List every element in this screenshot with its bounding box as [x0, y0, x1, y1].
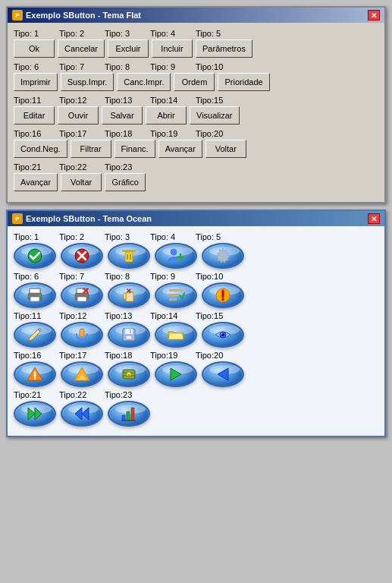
flat-btn-grafico[interactable]: Gráfico — [105, 173, 146, 191]
flat-btn-avancar-21[interactable]: Avançar — [14, 173, 58, 191]
flat-row-4: Tipo:16 Tipo:17 Tipo:18 Tipo:19 Tipo:20 … — [14, 129, 378, 158]
svg-rect-37 — [130, 329, 131, 333]
ocean-btn-rewind[interactable] — [61, 401, 103, 427]
ocean-btn-imprimir[interactable] — [14, 282, 56, 308]
ocean-btn-financ[interactable]: $ — [108, 361, 150, 387]
ocean-btn-prioridade[interactable] — [202, 282, 244, 308]
flat-label-2-1: Tipo: 6 — [14, 62, 56, 71]
flat-row-5-buttons: Avançar Voltar Gráfico — [14, 173, 378, 191]
svg-point-40 — [221, 333, 223, 335]
fast-forward-icon — [24, 403, 45, 424]
flat-btn-canc-impr[interactable]: Canc.Impr. — [117, 73, 171, 91]
ocean-btn-avancar-19[interactable] — [155, 361, 197, 387]
ocean-btn-cond-neg[interactable] — [14, 361, 56, 387]
ocean-btn-susp-impr[interactable] — [61, 282, 103, 308]
flat-btn-filtrar[interactable]: Filtrar — [71, 140, 111, 158]
save-icon — [118, 324, 140, 345]
params-icon — [212, 245, 234, 266]
flat-btn-imprimir[interactable]: Imprimir — [14, 73, 58, 91]
flat-row-5-labels: Tipo:21 Tipo:22 Tipo:23 — [14, 162, 378, 172]
svg-marker-55 — [82, 408, 89, 420]
svg-rect-14 — [30, 297, 39, 301]
ocean-btn-editar[interactable] — [14, 322, 56, 348]
flat-label-1-1: Tipo: 1 — [14, 29, 56, 38]
flat-label-2-4: Tipo: 9 — [150, 62, 193, 71]
ocean-btn-visualizar[interactable] — [202, 322, 244, 348]
ocean-btn-excluir[interactable] — [108, 243, 150, 269]
ocean-btn-ok[interactable] — [14, 243, 56, 269]
advance-icon — [165, 364, 187, 385]
ocean-row-5-labels: Tipo:21 Tipo:22 Tipo:23 — [14, 390, 378, 399]
flat-btn-voltar-22[interactable]: Voltar — [61, 173, 102, 191]
svg-rect-18 — [77, 297, 86, 301]
ocean-label-3-1: Tipo:11 — [14, 311, 56, 320]
svg-rect-59 — [131, 408, 134, 421]
flat-btn-prioridade[interactable]: Prioridade — [218, 73, 269, 91]
svg-rect-4 — [122, 250, 136, 252]
flat-label-3-4: Tipo:14 — [150, 96, 193, 105]
ocean-btn-ouvir[interactable] — [61, 322, 103, 348]
ocean-btn-filtrar[interactable] — [61, 361, 103, 387]
flat-btn-voltar[interactable]: Voltar — [205, 140, 246, 158]
flat-label-2-3: Tipo: 8 — [105, 62, 147, 71]
svg-rect-24 — [169, 289, 183, 292]
audio-icon — [71, 324, 93, 345]
ocean-label-1-3: Tipo: 3 — [105, 232, 147, 241]
flat-btn-ordem[interactable]: Ordem — [174, 73, 215, 91]
flat-btn-susp-impr[interactable]: Susp.Impr. — [61, 73, 114, 91]
ocean-btn-abrir[interactable] — [155, 322, 197, 348]
cancel-icon — [71, 245, 93, 266]
ocean-row-3-buttons — [14, 322, 378, 348]
ocean-label-2-2: Tipo: 7 — [59, 272, 102, 281]
flat-label-3-5: Tipo:15 — [196, 96, 238, 105]
ocean-btn-ordem[interactable] — [155, 282, 197, 308]
ocean-btn-voltar-20[interactable] — [202, 361, 244, 387]
flat-btn-excluir[interactable]: Excluir — [108, 39, 149, 58]
svg-rect-5 — [125, 252, 133, 262]
flat-label-4-3: Tipo:18 — [105, 129, 147, 138]
ocean-btn-parametros[interactable] — [202, 243, 244, 269]
ocean-window: P Exemplo SButton - Tema Ocean ✕ Tipo: 1… — [6, 210, 386, 437]
flat-label-4-4: Tipo:19 — [150, 129, 193, 138]
ocean-close-button[interactable]: ✕ — [368, 213, 380, 224]
flat-btn-salvar[interactable]: Salvar — [102, 106, 143, 124]
svg-point-15 — [39, 295, 41, 297]
flat-label-2-2: Tipo: 7 — [59, 62, 102, 71]
flat-row-3-labels: Tipo:11 Tipo:12 Tipo:13 Tipo:14 Tipo:15 — [14, 96, 378, 105]
ocean-label-4-5: Tipo:20 — [196, 351, 238, 360]
flat-btn-visualizar[interactable]: Visualizar — [190, 106, 240, 124]
ocean-row-1: Tipo: 1 Tipo: 2 Tipo: 3 Tipo: 4 Tipo: 5 — [14, 232, 378, 269]
ocean-row-4-buttons: $ — [14, 361, 378, 387]
flat-btn-financ[interactable]: Financ. — [114, 140, 155, 158]
svg-point-8 — [171, 249, 177, 255]
ocean-row-5-buttons — [14, 401, 378, 427]
svg-point-43 — [34, 378, 36, 380]
ocean-btn-salvar[interactable] — [108, 322, 150, 348]
view-icon — [212, 324, 234, 345]
ocean-btn-incluir[interactable] — [155, 243, 197, 269]
ocean-btn-canc-impr[interactable] — [108, 282, 150, 308]
svg-point-29 — [221, 298, 224, 301]
ocean-label-5-2: Tipo:22 — [59, 390, 102, 399]
ocean-window-body: Tipo: 1 Tipo: 2 Tipo: 3 Tipo: 4 Tipo: 5 — [8, 226, 384, 436]
flat-label-4-2: Tipo:17 — [59, 129, 102, 138]
flat-btn-cond-neg[interactable]: Cond.Neg. — [14, 140, 67, 158]
ocean-row-2-buttons — [14, 282, 378, 308]
flat-btn-abrir[interactable]: Abrir — [146, 106, 187, 124]
flat-label-3-3: Tipo:13 — [105, 96, 147, 105]
ocean-btn-cancelar[interactable] — [61, 243, 103, 269]
flat-close-button[interactable]: ✕ — [368, 10, 380, 20]
flat-btn-cancelar[interactable]: Cancelar — [58, 39, 105, 58]
flat-btn-incluir[interactable]: Incluir — [152, 39, 193, 58]
flat-btn-parametros[interactable]: Parâmetros — [196, 39, 252, 58]
flat-row-4-labels: Tipo:16 Tipo:17 Tipo:18 Tipo:19 Tipo:20 — [14, 129, 378, 138]
flat-btn-avancar[interactable]: Avançar — [158, 140, 202, 158]
filter-icon — [71, 364, 93, 385]
ocean-btn-fast-forward[interactable] — [14, 401, 56, 427]
flat-btn-ouvir[interactable]: Ouvir — [58, 106, 99, 124]
ocean-btn-grafico[interactable] — [108, 401, 150, 427]
flat-btn-editar[interactable]: Editar — [14, 106, 55, 124]
flat-btn-ok[interactable]: Ok — [14, 39, 55, 58]
ocean-label-5-1: Tipo:21 — [14, 390, 56, 399]
ocean-row-1-labels: Tipo: 1 Tipo: 2 Tipo: 3 Tipo: 4 Tipo: 5 — [14, 232, 378, 241]
